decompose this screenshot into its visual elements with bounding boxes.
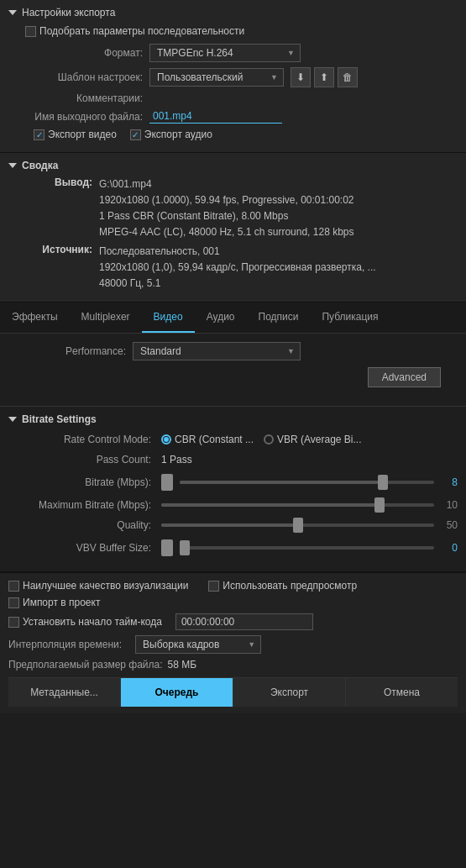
format-label: Формат: <box>25 47 143 59</box>
cbr-radio-dot[interactable] <box>161 434 171 445</box>
vbv-row: VBV Buffer Size: 0 <box>8 539 458 556</box>
export-video-checkbox-item[interactable]: Экспорт видео <box>34 129 117 140</box>
cancel-button[interactable]: Отмена <box>346 678 458 707</box>
collapse-icon[interactable] <box>8 10 17 15</box>
summary-source-row: Источник: Последовательность, 001 1920x1… <box>8 244 458 292</box>
summary-collapse-icon[interactable] <box>8 163 17 168</box>
tab-video[interactable]: Видео <box>142 302 195 333</box>
import-label: Импорт в проект <box>23 597 100 608</box>
tab-subtitles[interactable]: Подписи <box>247 302 311 333</box>
interp-select[interactable]: Выборка кадров <box>135 635 261 654</box>
source-line1: Последовательность, 001 <box>99 244 458 259</box>
max-bitrate-slider-container: 10 <box>161 499 458 511</box>
comment-label: Комментарии: <box>25 92 143 104</box>
use-preview-checkbox-item[interactable]: Использовать предпросмотр <box>208 580 357 592</box>
bitrate-control: 8 <box>161 474 458 491</box>
import-checkbox[interactable] <box>8 597 19 608</box>
auto-detect-label: Подобрать параметры последовательности <box>39 25 244 37</box>
vbv-control: 0 <box>161 539 458 556</box>
queue-button[interactable]: Очередь <box>121 678 233 707</box>
quality-value: 50 <box>441 519 458 531</box>
tab-multiplexer[interactable]: Multiplexer <box>70 302 142 333</box>
export-settings-title: Настройки экспорта <box>22 7 115 18</box>
timecode-checkbox-item[interactable]: Установить начало тайм-кода <box>8 616 162 628</box>
pass-count-label: Pass Count: <box>8 454 151 466</box>
performance-label: Performance: <box>25 345 126 357</box>
export-checkboxes-row: Экспорт видео Экспорт аудио <box>8 129 458 140</box>
export-audio-label: Экспорт аудио <box>144 129 212 140</box>
output-line2: 1 Pass CBR (Constant Bitrate), 8.00 Mbps <box>99 208 458 224</box>
export-audio-checkbox[interactable] <box>130 129 141 140</box>
interp-value: Выборка кадров <box>143 639 219 650</box>
vbr-radio-dot[interactable] <box>264 434 274 445</box>
tabs-row: Эффекты Multiplexer Видео Аудио Подписи … <box>0 302 466 334</box>
filename-row: Имя выходного файла: <box>8 109 458 124</box>
preset-value: Пользовательский <box>157 71 243 83</box>
preset-label: Шаблон настроек: <box>25 71 143 83</box>
vbv-slider-track[interactable] <box>180 546 434 550</box>
filename-input[interactable] <box>149 109 282 124</box>
tab-audio[interactable]: Аудио <box>195 302 247 333</box>
pass-count-text: 1 Pass <box>161 454 192 466</box>
best-quality-checkbox-item[interactable]: Наилучшее качество визуализации <box>8 580 188 592</box>
interp-label: Интерполяция времени: <box>8 639 122 650</box>
quality-slider-thumb <box>293 518 303 533</box>
advanced-row: Advanced <box>8 367 458 394</box>
advanced-button[interactable]: Advanced <box>368 367 441 387</box>
bitrate-header: Bitrate Settings <box>8 413 458 425</box>
max-bitrate-row: Maximum Bitrate (Mbps): 10 <box>8 499 458 511</box>
preset-load-btn[interactable]: ⬆ <box>314 67 334 87</box>
export-audio-checkbox-item[interactable]: Экспорт аудио <box>130 129 212 140</box>
bitrate-slider-container: 8 <box>161 474 458 491</box>
rate-control-row: Rate Control Mode: CBR (Constant ... VBR… <box>8 434 458 445</box>
quality-row: Quality: 50 <box>8 519 458 531</box>
max-bitrate-control: 10 <box>161 499 458 511</box>
preset-row: Шаблон настроек: Пользовательский ⬇ ⬆ 🗑 <box>8 67 458 87</box>
bottom-section: Наилучшее качество визуализации Использо… <box>0 571 466 713</box>
vbr-label: VBR (Average Bi... <box>277 434 362 445</box>
vbv-slider-thumb <box>180 540 190 555</box>
performance-select[interactable]: Standard <box>133 342 301 360</box>
quality-preview-row: Наилучшее качество визуализации Использо… <box>8 580 458 592</box>
bitrate-slider-track[interactable] <box>180 481 434 484</box>
summary-section: Сводка Вывод: G:\001.mp4 1920x1080 (1.00… <box>0 153 466 302</box>
tab-effects[interactable]: Эффекты <box>0 302 70 333</box>
metadata-button[interactable]: Метаданные... <box>8 678 121 707</box>
bitrate-section: Bitrate Settings Rate Control Mode: CBR … <box>0 406 466 571</box>
export-video-label: Экспорт видео <box>48 129 117 140</box>
output-line3: MPEG-4 AAC (LC), 48000 Hz, 5.1 ch surrou… <box>99 224 458 239</box>
max-bitrate-slider-thumb <box>374 497 385 513</box>
export-button[interactable]: Экспорт <box>233 678 346 707</box>
import-checkbox-item[interactable]: Импорт в проект <box>8 597 100 608</box>
max-bitrate-slider-track[interactable] <box>161 503 434 507</box>
source-line2: 1920x1080 (1,0), 59,94 кадр/с, Прогресси… <box>99 260 458 275</box>
format-control: TMPGEnc H.264 <box>149 44 458 62</box>
timecode-checkbox[interactable] <box>8 617 19 628</box>
best-quality-checkbox[interactable] <box>8 581 19 592</box>
comment-row: Комментарии: <box>8 92 458 104</box>
bitrate-slider-thumb-icon <box>161 474 173 491</box>
import-row: Импорт в проект <box>8 597 458 608</box>
bitrate-collapse-icon[interactable] <box>8 417 17 422</box>
timecode-input[interactable] <box>175 613 313 630</box>
export-settings-panel: Настройки экспорта Подобрать параметры п… <box>0 0 466 153</box>
export-video-checkbox[interactable] <box>34 129 45 140</box>
format-select[interactable]: TMPGEnc H.264 <box>149 44 301 62</box>
use-preview-checkbox[interactable] <box>208 581 219 592</box>
summary-title: Сводка <box>22 160 58 171</box>
vbv-slider-icon <box>161 539 173 556</box>
summary-source-value: Последовательность, 001 1920x1080 (1,0),… <box>99 244 458 292</box>
vbr-radio-item[interactable]: VBR (Average Bi... <box>264 434 362 445</box>
auto-detect-checkbox[interactable] <box>25 26 36 37</box>
preset-delete-btn[interactable]: 🗑 <box>338 67 358 87</box>
rate-control-label: Rate Control Mode: <box>8 434 151 445</box>
preset-select[interactable]: Пользовательский <box>149 68 284 87</box>
tab-publish[interactable]: Публикация <box>310 302 390 333</box>
preset-save-btn[interactable]: ⬇ <box>291 67 311 87</box>
filename-label: Имя выходного файла: <box>25 111 143 123</box>
video-tab-content: Performance: Standard Advanced <box>0 334 466 406</box>
cbr-radio-item[interactable]: CBR (Constant ... <box>161 434 254 445</box>
quality-slider-track[interactable] <box>161 523 434 527</box>
auto-detect-checkbox-item[interactable]: Подобрать параметры последовательности <box>25 25 244 37</box>
preset-control: Пользовательский ⬇ ⬆ 🗑 <box>149 67 458 87</box>
